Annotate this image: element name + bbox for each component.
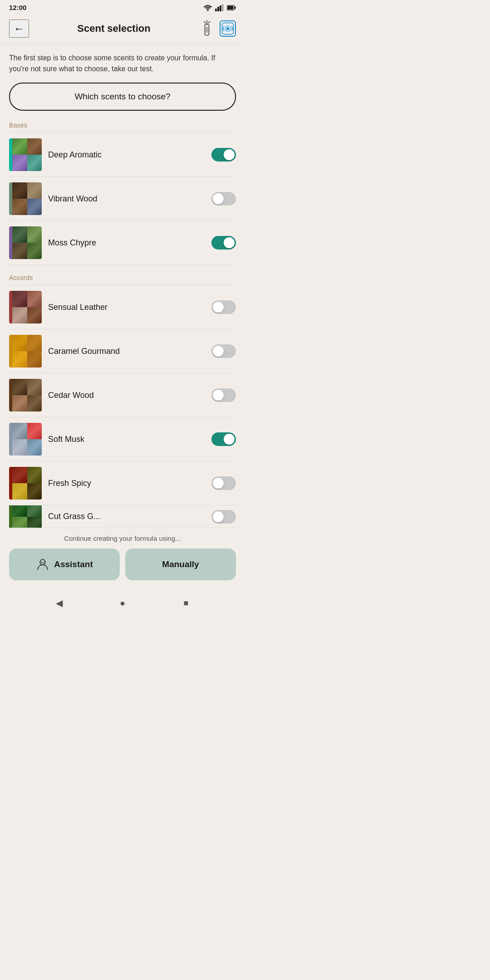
- list-item: Cut Grass G...: [9, 505, 236, 528]
- status-bar: 12:00: [0, 0, 245, 14]
- toggle-soft-musk[interactable]: [211, 432, 236, 446]
- bases-label: Bases: [9, 122, 236, 129]
- scent-mosaic: [9, 138, 42, 171]
- svg-rect-4: [222, 4, 224, 11]
- toggle-moss-chypre[interactable]: [211, 236, 236, 250]
- mosaic-cell: [27, 138, 42, 155]
- intro-text: The first step is to choose some scents …: [9, 53, 236, 74]
- mosaic-cell: [27, 467, 42, 483]
- color-bar: [9, 335, 12, 368]
- toggle-deep-aromatic[interactable]: [211, 148, 236, 162]
- toggle-knob: [224, 149, 235, 160]
- accords-list: Sensual Leather Caramel Gourmand: [9, 285, 236, 528]
- nav-back-button[interactable]: ◀: [50, 594, 68, 612]
- scent-name: Soft Musk: [48, 435, 205, 444]
- mosaic-cell: [27, 423, 42, 439]
- status-icons: [203, 4, 236, 11]
- svg-line-11: [204, 22, 206, 24]
- scent-image-fresh-spicy: [9, 467, 42, 500]
- svg-rect-7: [235, 6, 236, 9]
- svg-point-16: [226, 27, 229, 30]
- assistant-icon: [36, 558, 49, 571]
- scent-mosaic: [9, 291, 42, 323]
- scent-mosaic: [9, 379, 42, 412]
- assistant-label: Assistant: [54, 559, 93, 569]
- status-time: 12:00: [9, 4, 26, 11]
- mosaic-cell: [27, 155, 42, 171]
- toggle-cedar-wood[interactable]: [211, 388, 236, 402]
- toggle-knob: [224, 237, 235, 248]
- scent-image-vibrant-wood: [9, 182, 42, 215]
- mosaic-cell: [12, 439, 27, 456]
- which-scents-button[interactable]: Which scents to choose?: [9, 83, 236, 111]
- mosaic-cell: [27, 226, 42, 243]
- bottom-buttons: Assistant Manually: [9, 549, 236, 580]
- nav-home-icon: ●: [120, 598, 125, 608]
- toggle-knob: [213, 302, 224, 313]
- scent-name: Fresh Spicy: [48, 479, 205, 488]
- manually-button[interactable]: Manually: [125, 549, 236, 580]
- mosaic-cell: [12, 307, 27, 323]
- svg-rect-6: [227, 6, 233, 10]
- mosaic-cell: [12, 351, 27, 368]
- mosaic-cell: [27, 379, 42, 395]
- svg-line-12: [208, 22, 210, 24]
- mosaic-cell: [12, 138, 27, 155]
- mosaic-cell: [27, 351, 42, 368]
- scent-name: Sensual Leather: [48, 303, 205, 312]
- mosaic-cell: [12, 379, 27, 395]
- toggle-fresh-spicy[interactable]: [211, 476, 236, 490]
- scent-image-soft-musk: [9, 423, 42, 456]
- signal-icon: [215, 4, 224, 11]
- toggle-knob: [213, 390, 224, 401]
- scent-name: Vibrant Wood: [48, 194, 205, 204]
- mosaic-cell: [12, 335, 27, 351]
- color-bar: [9, 379, 12, 412]
- mosaic-cell: [27, 199, 42, 215]
- mosaic-cell: [12, 226, 27, 243]
- mosaic-cell: [12, 155, 27, 171]
- assistant-button[interactable]: Assistant: [9, 549, 120, 580]
- mosaic-cell: [12, 199, 27, 215]
- list-item: Deep Aromatic: [9, 133, 236, 177]
- scent-image-caramel-gourmand: [9, 335, 42, 368]
- nav-recent-button[interactable]: ■: [177, 594, 195, 612]
- wifi-icon: [203, 4, 212, 11]
- main-content: The first step is to choose some scents …: [0, 44, 245, 528]
- mosaic-cell: [12, 243, 27, 259]
- scent-mosaic: [9, 505, 42, 528]
- toggle-knob: [213, 193, 224, 204]
- toggle-knob: [213, 346, 224, 357]
- back-button[interactable]: ←: [9, 20, 29, 38]
- toggle-vibrant-wood[interactable]: [211, 192, 236, 206]
- mosaic-cell: [27, 182, 42, 199]
- diffuser-icon: [201, 20, 213, 38]
- scent-name: Moss Chypre: [48, 238, 205, 248]
- scent-name: Cut Grass G...: [48, 512, 205, 521]
- toggle-knob: [213, 478, 224, 489]
- list-item: Moss Chypre: [9, 221, 236, 265]
- nav-home-button[interactable]: ●: [113, 594, 132, 612]
- device-speaker-button[interactable]: [220, 20, 236, 37]
- svg-rect-3: [220, 5, 221, 11]
- header: ← Scent selection: [0, 14, 245, 44]
- scent-image-cedar-wood: [9, 379, 42, 412]
- list-item: Caramel Gourmand: [9, 329, 236, 373]
- mosaic-cell: [12, 423, 27, 439]
- mosaic-cell: [27, 505, 42, 517]
- mosaic-cell: [27, 335, 42, 351]
- mosaic-cell: [27, 517, 42, 529]
- toggle-cut-grass[interactable]: [211, 510, 236, 524]
- color-bar: [9, 291, 12, 323]
- toggle-sensual-leather[interactable]: [211, 300, 236, 314]
- toggle-caramel-gourmand[interactable]: [211, 344, 236, 358]
- mosaic-cell: [12, 505, 27, 517]
- mosaic-cell: [12, 182, 27, 199]
- mosaic-cell: [27, 291, 42, 307]
- diffuser-icon-button[interactable]: [199, 20, 215, 37]
- header-actions: [199, 20, 236, 37]
- bases-list: Deep Aromatic Vibrant Wood: [9, 132, 236, 265]
- scent-image-moss-chypre: [9, 226, 42, 259]
- toggle-knob: [213, 511, 224, 522]
- color-bar: [9, 226, 12, 259]
